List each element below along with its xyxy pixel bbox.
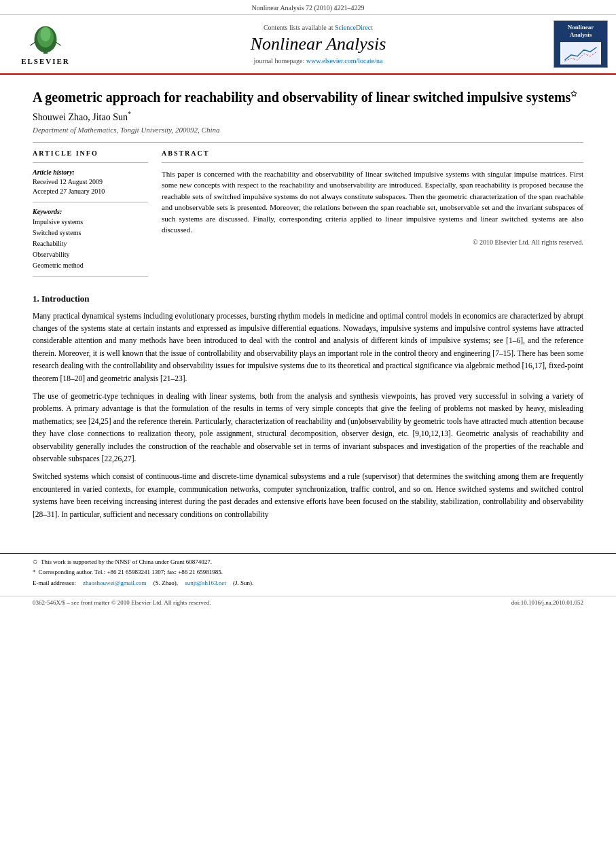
footnote-email: E-mail addresses: zhaoshouwei@gmail.com … [33,579,583,588]
article-info-label: ARTICLE INFO [33,149,148,157]
footnote-1: ✩ This work is supported by the NNSF of … [33,558,583,567]
email-2-person: (J. Sun). [233,579,253,588]
author-star-indicator: * [128,110,131,118]
abstract-col: ABSTRACT This paper is concerned with th… [162,149,583,283]
email-1-person: (S. Zhao), [153,579,178,588]
abstract-text: This paper is concerned with the reachab… [162,168,583,236]
divider-keywords-bottom [33,276,148,277]
journal-homepage-line: journal homepage: www.elsevier.com/locat… [90,57,547,65]
intro-paragraph-2: The use of geometric-type techniques in … [33,390,583,465]
elsevier-brand-text: ELSEVIER [21,57,70,65]
cover-title-line2: Analysis [570,31,592,38]
cover-graph-icon [561,42,600,65]
intro-section-number: 1. [33,293,39,304]
abstract-label: ABSTRACT [162,149,583,157]
copyright-line: © 2010 Elsevier Ltd. All rights reserved… [162,238,583,246]
footnote-area: ✩ This work is supported by the NNSF of … [0,554,616,594]
email-1-link[interactable]: zhaoshouwei@gmail.com [83,579,147,588]
svg-line-5 [56,42,61,46]
journal-citation-text: Nonlinear Analysis 72 (2010) 4221–4229 [251,4,364,12]
homepage-link[interactable]: www.elsevier.com/locate/na [306,57,383,65]
journal-center-info: Contents lists available at ScienceDirec… [83,24,554,65]
keywords-heading: Keywords: [33,208,148,215]
journal-cover-image: Nonlinear Analysis [554,20,608,68]
doi-line: doi:10.1016/j.na.2010.01.052 [511,599,583,606]
title-star: ✩ [570,90,577,98]
divider-keywords-top [33,202,148,202]
keyword-4: Observability [33,249,148,260]
keyword-3: Reachability [33,238,148,249]
received-date: Received 12 August 2009 [33,177,148,187]
journal-citation-bar: Nonlinear Analysis 72 (2010) 4221–4229 [0,0,616,15]
divider-after-affiliation [33,142,583,143]
svg-line-4 [31,42,36,46]
keyword-2: Switched systems [33,228,148,238]
cover-title-line1: Nonlinear [568,24,594,31]
divider-article-info-top [33,162,148,163]
journal-header: ELSEVIER Contents lists available at Sci… [0,15,616,75]
article-history-heading: Article history: [33,168,148,176]
email-2-link[interactable]: sunjt@sh163.net [185,579,226,588]
svg-point-3 [41,27,51,41]
keywords-group: Keywords: Impulsive systems Switched sys… [33,208,148,271]
affiliation-line: Department of Mathematics, Tongji Univer… [33,126,583,134]
footnote-star-1: ✩ [33,558,38,567]
keyword-5: Geometric method [33,260,148,271]
email-label: E-mail addresses: [33,579,76,588]
keywords-list: Impulsive systems Switched systems Reach… [33,217,148,271]
authors-line: Shouwei Zhao, Jitao Sun* [33,110,583,123]
sciencedirect-link[interactable]: ScienceDirect [335,24,373,31]
article-info-col: ARTICLE INFO Article history: Received 1… [33,149,148,283]
divider-abstract-top [162,162,583,163]
footnote-1-text: This work is supported by the NNSF of Ch… [41,558,212,567]
main-content: A geometric approach for reachability an… [0,75,616,539]
contents-available-line: Contents lists available at ScienceDirec… [90,24,547,31]
elsevier-logo: ELSEVIER [8,20,83,68]
intro-section-title: Introduction [41,293,90,304]
article-history-group: Article history: Received 12 August 2009… [33,168,148,196]
bottom-bar: 0362-546X/$ – see front matter © 2010 El… [0,596,616,609]
keyword-1: Impulsive systems [33,217,148,228]
issn-line: 0362-546X/$ – see front matter © 2010 El… [33,599,211,606]
elsevier-tree-icon [25,23,66,56]
intro-heading: 1. Introduction [33,293,583,304]
footnote-2-text: Corresponding author. Tel.: +86 21 65983… [39,568,223,577]
journal-name-display: Nonlinear Analysis [90,34,547,54]
footnote-star-2: * [33,568,36,577]
intro-paragraph-1: Many practical dynamical systems includi… [33,310,583,384]
article-title: A geometric approach for reachability an… [33,88,583,106]
accepted-date: Accepted 27 January 2010 [33,187,148,196]
footnote-2: * Corresponding author. Tel.: +86 21 659… [33,568,583,577]
intro-paragraph-3: Switched systems which consist of contin… [33,470,583,520]
two-col-section: ARTICLE INFO Article history: Received 1… [33,149,583,283]
